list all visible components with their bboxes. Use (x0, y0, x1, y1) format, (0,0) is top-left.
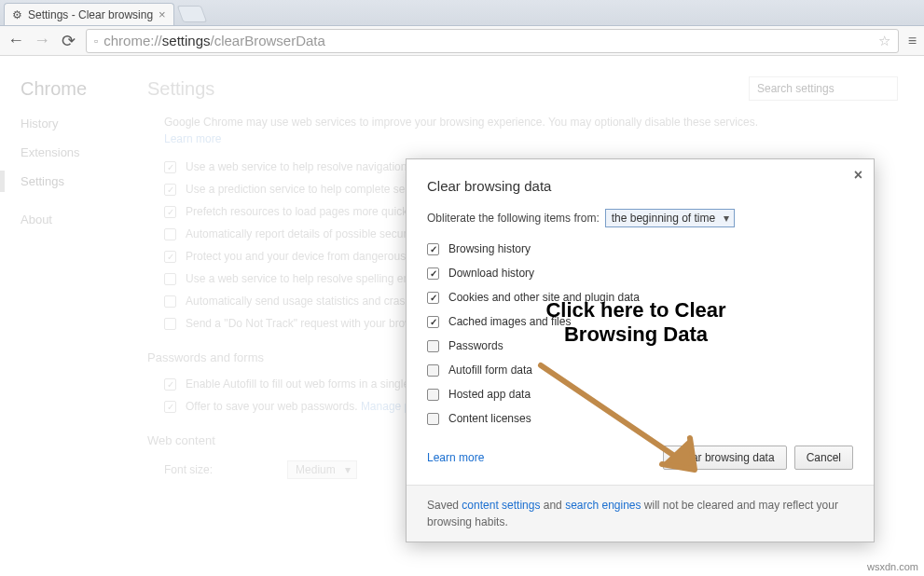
cancel-button[interactable]: Cancel (794, 446, 853, 470)
dialog-checkbox-row: Download history (427, 267, 853, 280)
learn-more-link[interactable]: Learn more (427, 451, 484, 464)
dialog-title: Clear browsing data (427, 178, 853, 194)
chrome-menu-icon[interactable]: ≡ (908, 33, 917, 49)
search-engines-link[interactable]: search engines (565, 499, 641, 512)
checkbox-label: Autofill form data (448, 363, 532, 377)
clear-browsing-dialog: × Clear browsing data Obliterate the fol… (406, 158, 875, 542)
checkbox[interactable] (427, 316, 439, 328)
bookmark-star-icon[interactable]: ☆ (878, 33, 890, 49)
dialog-footer: Saved content settings and search engine… (407, 485, 874, 542)
checkbox[interactable] (427, 340, 439, 352)
checkbox[interactable] (427, 267, 439, 280)
reload-icon[interactable]: ⟳ (60, 31, 76, 51)
checkbox-label: Hosted app data (448, 388, 531, 401)
forward-icon: → (34, 31, 50, 50)
dialog-checkbox-row: Hosted app data (427, 388, 853, 401)
tab-title: Settings - Clear browsing (28, 8, 153, 21)
toolbar: ← → ⟳ ▫ chrome://settings/clearBrowserDa… (0, 26, 924, 56)
url-prefix: chrome:// (103, 33, 162, 48)
checkbox-label: Content licenses (448, 412, 531, 425)
checkbox-label: Cached images and files (448, 315, 571, 328)
dialog-checkbox-row: Browsing history (427, 242, 853, 255)
url-bar[interactable]: ▫ chrome://settings/clearBrowserData ☆ (86, 29, 899, 53)
tab-bar: ⚙ Settings - Clear browsing × (0, 0, 924, 26)
back-icon[interactable]: ← (7, 31, 24, 50)
browser-tab[interactable]: ⚙ Settings - Clear browsing × (4, 3, 174, 25)
checkbox[interactable] (427, 389, 439, 401)
checkbox-label: Cookies and other site and plugin data (448, 291, 640, 304)
url-domain: settings (162, 33, 211, 48)
gear-icon: ⚙ (12, 8, 22, 21)
content-settings-link[interactable]: content settings (462, 499, 540, 512)
dialog-checkbox-row: Autofill form data (427, 363, 853, 377)
dialog-checkbox-row: Cookies and other site and plugin data (427, 291, 853, 304)
watermark: wsxdn.com (867, 561, 918, 572)
checkbox-label: Browsing history (448, 242, 531, 255)
time-range-select[interactable]: the beginning of time (605, 209, 735, 227)
new-tab-button[interactable] (176, 6, 207, 22)
clear-browsing-data-button[interactable]: Clear browsing data (663, 446, 787, 470)
dialog-checkbox-row: Passwords (427, 339, 853, 352)
dialog-checkbox-row: Content licenses (427, 412, 853, 425)
close-icon[interactable]: × (159, 7, 166, 21)
page-icon: ▫ (94, 34, 98, 48)
checkbox[interactable] (427, 413, 439, 425)
dialog-checkbox-row: Cached images and files (427, 315, 853, 328)
checkbox-label: Passwords (448, 339, 503, 352)
dialog-close-icon[interactable]: × (854, 167, 862, 184)
checkbox[interactable] (427, 292, 439, 304)
checkbox[interactable] (427, 243, 439, 255)
checkbox[interactable] (427, 364, 439, 377)
obliterate-label: Obliterate the following items from: (427, 212, 600, 225)
url-path: /clearBrowserData (211, 33, 325, 48)
checkbox-label: Download history (448, 267, 534, 280)
